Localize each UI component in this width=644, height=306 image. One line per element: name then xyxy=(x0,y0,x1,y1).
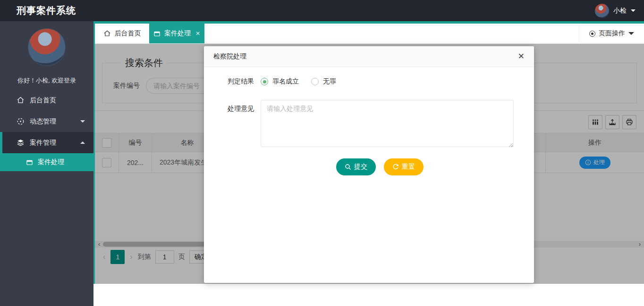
top-bar: 刑事案件系统 小检 xyxy=(0,0,644,21)
window-icon xyxy=(26,159,33,166)
sidebar-item-home[interactable]: 后台首页 xyxy=(0,90,93,111)
sidebar-item-case-management[interactable]: 案件管理 xyxy=(0,132,93,153)
sidebar-nav: 后台首页 动态管理 案件管理 案件处理 xyxy=(0,90,93,171)
page-operations-dropdown[interactable]: 页面操作 xyxy=(579,24,644,43)
user-name: 小检 xyxy=(613,7,627,15)
radio-not-guilty[interactable]: 无罪 xyxy=(311,77,336,86)
radio-icon xyxy=(261,78,268,85)
home-icon xyxy=(17,96,25,104)
sidebar-item-label: 后台首页 xyxy=(30,96,56,105)
sidebar-accent-divider xyxy=(93,21,95,284)
opinion-textarea-wrap xyxy=(261,100,514,149)
tab-label: 案件处理 xyxy=(164,29,191,38)
tab-case-handling[interactable]: 案件处理 ✕ xyxy=(149,24,204,43)
sidebar-item-case-handling[interactable]: 案件处理 xyxy=(0,153,93,171)
reset-button[interactable]: 重置 xyxy=(384,158,424,175)
sidebar-item-label: 案件管理 xyxy=(30,139,56,147)
tab-close-icon[interactable]: ✕ xyxy=(195,30,200,37)
reset-label: 重置 xyxy=(402,163,415,171)
close-icon[interactable]: ✕ xyxy=(518,51,525,61)
sidebar: 你好！小检, 欢迎登录 后台首页 动态管理 案件管理 xyxy=(0,21,93,306)
modal-buttons: 提交 重置 xyxy=(336,158,534,175)
sidebar-item-label: 案件处理 xyxy=(38,158,64,166)
chevron-up-icon xyxy=(80,141,85,144)
radio-label: 罪名成立 xyxy=(272,77,299,86)
procuratorate-modal: 检察院处理 ✕ 判定结果 罪名成立 无罪 处理意见 xyxy=(204,46,534,283)
modal-body: 判定结果 罪名成立 无罪 处理意见 xyxy=(204,77,534,175)
chevron-down-icon xyxy=(631,9,636,12)
window-icon xyxy=(153,30,161,37)
sidebar-item-dynamic[interactable]: 动态管理 xyxy=(0,111,93,132)
tab-home[interactable]: 后台首页 xyxy=(95,24,149,43)
radio-icon xyxy=(311,78,319,85)
user-menu[interactable]: 小检 xyxy=(595,0,636,21)
opinion-textarea[interactable] xyxy=(261,100,514,147)
search-icon xyxy=(345,164,351,170)
opinion-row: 处理意见 xyxy=(228,100,534,149)
profile-avatar[interactable] xyxy=(28,28,66,66)
modal-header: 检察院处理 ✕ xyxy=(204,46,534,67)
tab-label: 后台首页 xyxy=(115,29,141,38)
layers-icon xyxy=(17,139,25,147)
sidebar-item-label: 动态管理 xyxy=(30,117,56,126)
verdict-row: 判定结果 罪名成立 无罪 xyxy=(228,77,534,86)
submit-label: 提交 xyxy=(354,163,367,171)
chevron-down-icon xyxy=(628,32,634,35)
app-title: 刑事案件系统 xyxy=(17,0,76,21)
greeting-text: 你好！小检, 欢迎登录 xyxy=(0,76,93,85)
tab-bar: 后台首页 案件处理 ✕ 页面操作 xyxy=(95,24,644,44)
verdict-radio-group: 罪名成立 无罪 xyxy=(261,77,336,86)
submit-button[interactable]: 提交 xyxy=(336,158,376,175)
chevron-down-icon xyxy=(80,120,85,123)
home-icon xyxy=(103,30,111,37)
page-operations-label: 页面操作 xyxy=(599,29,625,38)
refresh-icon xyxy=(392,164,399,170)
radio-label: 无罪 xyxy=(323,77,336,86)
circle-dot-icon xyxy=(589,31,595,37)
radio-guilty[interactable]: 罪名成立 xyxy=(261,77,299,86)
opinion-label: 处理意见 xyxy=(228,105,254,149)
modal-title: 检察院处理 xyxy=(213,52,246,61)
user-avatar[interactable] xyxy=(595,4,609,18)
dynamic-icon xyxy=(17,117,25,125)
verdict-label: 判定结果 xyxy=(228,77,254,86)
